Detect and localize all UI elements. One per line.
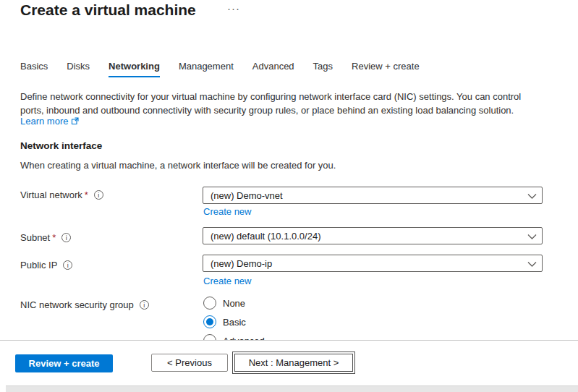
section-intro: When creating a virtual machine, a netwo… <box>20 160 336 171</box>
public-ip-label: Public IP i <box>20 260 72 270</box>
radio-label: Basic <box>223 317 246 328</box>
tab-basics[interactable]: Basics <box>20 61 48 77</box>
info-icon[interactable]: i <box>94 190 103 200</box>
more-options-button[interactable]: ··· <box>227 2 240 14</box>
tab-advanced[interactable]: Advanced <box>252 61 294 77</box>
chevron-down-icon <box>527 193 537 200</box>
nic-nsg-label: NIC network security group i <box>20 299 149 310</box>
radio-option-none[interactable]: None <box>203 297 265 310</box>
public-ip-label-text: Public IP <box>20 260 57 270</box>
nic-nsg-label-text: NIC network security group <box>20 299 134 310</box>
radio-label: None <box>223 298 245 309</box>
tab-networking[interactable]: Networking <box>109 61 160 77</box>
virtual-network-label-text: Virtual network <box>20 189 82 200</box>
info-icon[interactable]: i <box>61 233 71 242</box>
create-new-vnet-link[interactable]: Create new <box>203 206 251 217</box>
page-title: Create a virtual machine <box>20 1 196 19</box>
tab-disks[interactable]: Disks <box>67 61 90 77</box>
previous-button[interactable]: < Previous <box>151 354 228 372</box>
virtual-network-dropdown[interactable]: (new) Demo-vnet <box>203 187 543 204</box>
public-ip-dropdown[interactable]: (new) Demo-ip <box>203 255 543 272</box>
tab-review-create[interactable]: Review + create <box>352 61 420 77</box>
info-icon[interactable]: i <box>63 260 72 270</box>
public-ip-value: (new) Demo-ip <box>211 258 272 269</box>
required-asterisk: * <box>85 189 88 200</box>
tab-tags[interactable]: Tags <box>313 61 333 77</box>
review-create-button[interactable]: Review + create <box>15 354 113 372</box>
info-icon[interactable]: i <box>140 300 149 310</box>
chevron-down-icon <box>527 234 537 240</box>
subnet-value: (new) default (10.1.0.0/24) <box>211 231 320 242</box>
tab-management[interactable]: Management <box>179 61 234 77</box>
next-management-button[interactable]: Next : Management > <box>234 354 353 372</box>
required-asterisk: * <box>52 232 56 243</box>
next-button-focus-ring: Next : Management > <box>232 351 355 374</box>
learn-more-label: Learn more <box>20 116 68 127</box>
create-new-public-ip-link[interactable]: Create new <box>203 276 251 286</box>
subnet-dropdown[interactable]: (new) default (10.1.0.0/24) <box>203 227 543 244</box>
tab-bar: Basics Disks Networking Management Advan… <box>20 61 438 77</box>
subnet-label: Subnet* i <box>20 232 71 243</box>
bottom-scrollbar-track[interactable] <box>6 385 578 392</box>
subnet-label-text: Subnet <box>20 232 50 243</box>
chevron-down-icon <box>527 261 537 268</box>
radio-option-basic[interactable]: Basic <box>203 315 265 328</box>
external-link-icon <box>71 117 79 125</box>
virtual-network-value: (new) Demo-vnet <box>211 190 283 201</box>
radio-icon[interactable] <box>203 297 216 310</box>
section-heading: Network interface <box>20 140 102 151</box>
learn-more-link[interactable]: Learn more <box>20 116 79 127</box>
footer-bar: Review + create < Previous Next : Manage… <box>0 340 578 385</box>
virtual-network-label: Virtual network* i <box>20 189 103 200</box>
radio-icon-selected[interactable] <box>203 315 216 328</box>
tab-description: Define network connectivity for your vir… <box>20 90 547 117</box>
